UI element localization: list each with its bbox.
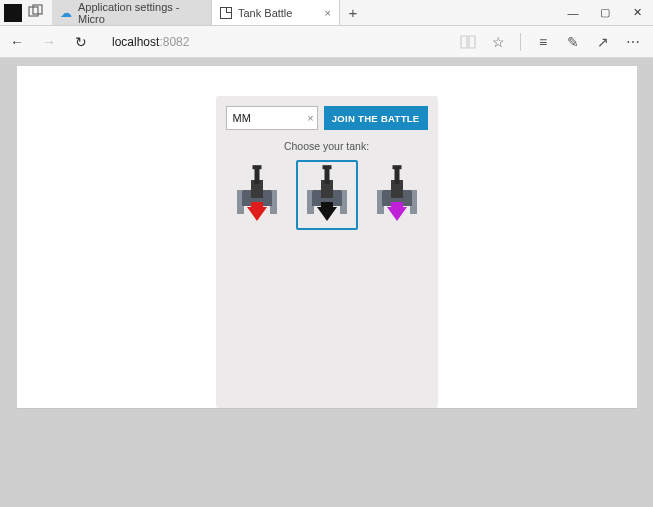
address-port: :8082 — [159, 35, 189, 49]
new-tab-button[interactable]: + — [340, 0, 366, 25]
viewport: × JOIN THE BATTLE Choose your tank: — [0, 58, 653, 507]
tab-tank-battle[interactable]: Tank Battle × — [212, 0, 340, 25]
tank-option-black[interactable] — [296, 160, 358, 230]
forward-button[interactable]: → — [38, 31, 60, 53]
tank-icon — [305, 166, 349, 224]
address-host: localhost — [112, 35, 159, 49]
minimize-button[interactable]: — — [557, 0, 589, 25]
refresh-button[interactable]: ↻ — [70, 31, 92, 53]
choose-label: Choose your tank: — [226, 140, 428, 152]
browser-window: ☁ Application settings - Micro Tank Batt… — [0, 0, 653, 507]
page-icon — [220, 7, 232, 19]
reading-view-icon[interactable] — [458, 32, 478, 52]
tab-strip: ☁ Application settings - Micro Tank Batt… — [52, 0, 366, 25]
tab-close-icon[interactable]: × — [324, 7, 330, 19]
name-input[interactable] — [226, 106, 318, 130]
tank-icon — [375, 166, 419, 224]
favorites-icon[interactable]: ☆ — [488, 32, 508, 52]
back-button[interactable]: ← — [6, 31, 28, 53]
tab-title: Tank Battle — [238, 7, 292, 19]
notes-icon[interactable]: ✎ — [563, 32, 583, 52]
hub-icon[interactable]: ≡ — [533, 32, 553, 52]
toolbar: ← → ↻ localhost:8082 ☆ ≡ ✎ ↗ ⋯ — [0, 26, 653, 58]
clear-input-icon[interactable]: × — [307, 106, 313, 130]
tab-title: Application settings - Micro — [78, 1, 203, 25]
tab-application-settings[interactable]: ☁ Application settings - Micro — [52, 0, 212, 25]
edge-app-icon — [4, 4, 22, 22]
task-view-icon[interactable] — [28, 4, 46, 22]
titlebar: ☁ Application settings - Micro Tank Batt… — [0, 0, 653, 26]
divider — [520, 33, 521, 51]
join-row: × JOIN THE BATTLE — [226, 106, 428, 130]
tank-option-purple[interactable] — [366, 160, 428, 230]
share-icon[interactable]: ↗ — [593, 32, 613, 52]
address-bar[interactable]: localhost:8082 — [102, 35, 448, 49]
tank-option-red[interactable] — [226, 160, 288, 230]
page: × JOIN THE BATTLE Choose your tank: — [17, 66, 637, 408]
window-controls: — ▢ ✕ — [557, 0, 653, 25]
cloud-icon: ☁ — [60, 7, 72, 19]
join-card: × JOIN THE BATTLE Choose your tank: — [216, 96, 438, 408]
close-button[interactable]: ✕ — [621, 0, 653, 25]
name-input-wrap: × — [226, 106, 318, 130]
titlebar-left — [0, 0, 46, 25]
tank-list — [226, 160, 428, 230]
toolbar-right: ☆ ≡ ✎ ↗ ⋯ — [458, 32, 647, 52]
join-battle-button[interactable]: JOIN THE BATTLE — [324, 106, 428, 130]
maximize-button[interactable]: ▢ — [589, 0, 621, 25]
more-icon[interactable]: ⋯ — [623, 32, 643, 52]
tank-icon — [235, 166, 279, 224]
